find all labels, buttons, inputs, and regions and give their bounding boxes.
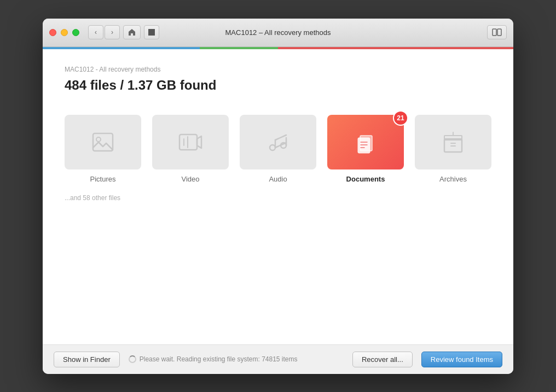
breadcrumb: MAC1012 - All recovery methods [65,66,491,73]
pictures-icon-box [65,115,141,169]
category-video[interactable]: Video [152,115,229,183]
svg-rect-13 [358,138,370,153]
svg-rect-2 [93,133,113,151]
minimize-button[interactable] [61,29,68,36]
show-in-finder-button[interactable]: Show in Finder [54,352,120,367]
documents-icon-box: 21 [327,115,404,169]
traffic-lights [49,29,79,36]
other-files-label: ...and 58 other files [65,194,491,202]
archives-label: Archives [439,175,467,183]
main-content: MAC1012 - All recovery methods 484 files… [43,49,513,344]
stop-button[interactable] [144,25,159,39]
back-button[interactable]: ‹ [88,25,103,39]
audio-icon [265,129,291,155]
category-archives[interactable]: Archives [415,115,491,183]
documents-badge: 21 [393,110,408,126]
nav-buttons: ‹ › [88,25,120,39]
recover-all-button[interactable]: Recover all... [352,352,413,367]
audio-label: Audio [269,175,287,183]
home-icon [128,28,136,37]
audio-icon-box [240,115,316,169]
svg-point-7 [270,145,275,150]
archives-icon-box [415,115,491,169]
category-grid: Pictures Video [65,115,491,183]
svg-point-3 [96,137,101,142]
reader-button[interactable] [487,25,507,39]
archives-icon [440,129,466,155]
review-found-items-button[interactable]: Review found Items [421,352,502,367]
maximize-button[interactable] [72,29,79,36]
status-area: Please wait. Reading existing file syste… [129,355,344,363]
video-label: Video [181,175,199,183]
close-button[interactable] [49,29,56,36]
window-title: MAC1012 – All recovery methods [225,28,331,37]
loading-spinner [129,355,136,363]
category-documents[interactable]: 21 Documents [327,115,404,183]
category-pictures[interactable]: Pictures [65,115,141,183]
home-button[interactable] [123,25,141,39]
pictures-label: Pictures [90,175,116,183]
svg-rect-0 [493,29,496,36]
main-window: ‹ › MAC1012 – All recovery methods MAC10… [43,19,513,374]
svg-rect-1 [497,29,501,36]
forward-button[interactable]: › [105,25,120,39]
page-title: 484 files / 1.37 GB found [65,78,491,93]
documents-label: Documents [346,175,385,183]
titlebar: ‹ › MAC1012 – All recovery methods [43,19,513,47]
video-icon [177,129,204,155]
status-text: Please wait. Reading existing file syste… [140,355,298,363]
category-audio[interactable]: Audio [240,115,316,183]
pictures-icon [90,129,116,155]
video-icon-box [152,115,229,169]
reader-icon [492,28,502,36]
bottom-bar: Show in Finder Please wait. Reading exis… [43,344,513,374]
documents-icon [352,129,379,155]
stop-icon [148,29,155,36]
